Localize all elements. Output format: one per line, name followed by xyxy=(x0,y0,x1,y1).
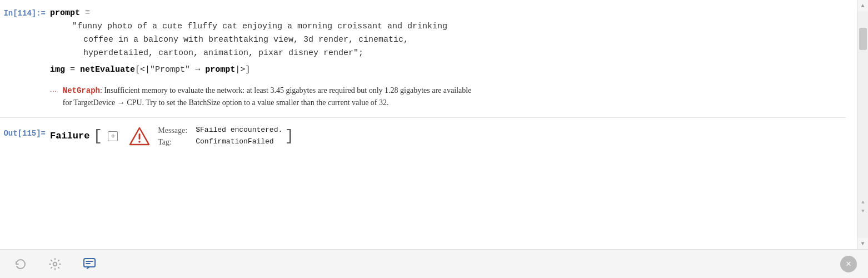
fn-netevaluate: netEvaluate xyxy=(80,65,135,75)
message-text2-content: for TargetDevice → CPU. Try to set the B… xyxy=(63,98,389,107)
output-content: Failure [ + Message: xyxy=(50,125,294,148)
close-button-circle[interactable]: × xyxy=(840,256,857,272)
chat-icon[interactable] xyxy=(80,255,99,274)
close-icon: × xyxy=(846,257,851,271)
notebook-container: In[114]:= prompt = "funny photo of a cut… xyxy=(0,0,868,278)
right-scrollbar[interactable]: ▲ ▲ ▼ ▼ xyxy=(857,0,868,249)
svg-rect-1 xyxy=(139,133,141,140)
scroll-down-button[interactable]: ▼ xyxy=(857,238,869,249)
arrow: → xyxy=(190,65,205,75)
netgraph-label: NetGraph xyxy=(63,86,100,95)
bracket2: ] xyxy=(245,65,250,75)
main-content: In[114]:= prompt = "funny photo of a cut… xyxy=(0,0,857,249)
equals-sign: = xyxy=(85,8,90,18)
angle-open: <| xyxy=(140,65,150,75)
cell-input-label: In[114]:= xyxy=(0,7,50,19)
scroll-arrow-up2[interactable]: ▲ xyxy=(861,199,864,207)
bottom-toolbar: × xyxy=(0,249,868,278)
var-prompt: prompt xyxy=(50,8,80,18)
svg-rect-4 xyxy=(84,259,95,267)
failure-keyword: Failure xyxy=(50,129,89,143)
field-row-tag: Tag: ConfirmationFailed xyxy=(158,136,282,148)
code-line4: hyperdetailed, cartoon, animation, pixar… xyxy=(50,47,824,60)
code-line3: coffee in a balcony with breathtaking vi… xyxy=(50,33,824,47)
eq2: = xyxy=(70,65,80,75)
scroll-track: ▲ ▼ xyxy=(857,11,868,238)
field-label-message: Message: xyxy=(158,125,191,136)
netgraph-icon: ··· xyxy=(50,86,57,97)
code-line2: "funny photo of a cute fluffy cat enjoyi… xyxy=(50,20,824,33)
angle-close: |> xyxy=(235,65,245,75)
scroll-arrow-down2[interactable]: ▼ xyxy=(861,208,864,216)
scroll-thumb[interactable] xyxy=(859,28,867,50)
svg-point-3 xyxy=(53,262,57,265)
close-button[interactable]: × xyxy=(840,256,857,272)
var-img: img xyxy=(50,65,65,75)
netgraph-text-wrapper: NetGraph: Insufficient memory to evaluat… xyxy=(63,85,472,110)
failure-bracket-close: ] xyxy=(285,128,294,144)
bracket1: [ xyxy=(135,65,140,75)
output-cell: Out[115]= Failure [ + xyxy=(0,118,846,153)
plus-expand-button[interactable]: + xyxy=(108,131,118,141)
svg-point-2 xyxy=(138,141,141,143)
failure-fields: Message: $Failed encountered. Tag: Confi… xyxy=(156,125,285,148)
scroll-up-button[interactable]: ▲ xyxy=(857,0,869,11)
spiral-icon[interactable] xyxy=(11,255,30,274)
cell-output-label: Out[115]= xyxy=(0,123,50,140)
code-line1: prompt = xyxy=(50,7,824,20)
field-value-tag: ConfirmationFailed xyxy=(196,136,273,148)
dots-icon: ··· xyxy=(50,86,57,97)
field-row-message: Message: $Failed encountered. xyxy=(158,125,282,136)
prompt-key: "Prompt" xyxy=(150,65,190,75)
input-cell: In[114]:= prompt = "funny photo of a cut… xyxy=(0,0,846,118)
string-line4: hyperdetailed, cartoon, animation, pixar… xyxy=(83,48,363,58)
string-line2: "funny photo of a cute fluffy cat enjoyi… xyxy=(72,22,447,31)
cell-input-content: prompt = "funny photo of a cute fluffy c… xyxy=(50,7,846,77)
var-prompt2: prompt xyxy=(205,65,235,75)
string-line3: coffee in a balcony with breathtaking vi… xyxy=(83,35,408,44)
message-text2: for TargetDevice → CPU. Try to set the B… xyxy=(63,97,472,109)
scroll-mid-controls: ▲ ▼ xyxy=(857,198,868,216)
plus-symbol: + xyxy=(111,130,115,142)
message-text1: Insufficient memory to evaluate the netw… xyxy=(102,86,472,95)
field-value-message: $Failed encountered. xyxy=(196,125,282,136)
netgraph-message-area: ··· NetGraph: Insufficient memory to eva… xyxy=(0,78,846,112)
cell-input-row: In[114]:= prompt = "funny photo of a cut… xyxy=(0,6,846,78)
code-line5: img = netEvaluate[<|"Prompt" → prompt|>] xyxy=(50,63,824,77)
field-label-tag: Tag: xyxy=(158,136,191,148)
gear-icon[interactable] xyxy=(46,255,64,274)
warning-triangle-icon xyxy=(129,126,150,147)
failure-bracket-open: [ xyxy=(93,128,102,144)
